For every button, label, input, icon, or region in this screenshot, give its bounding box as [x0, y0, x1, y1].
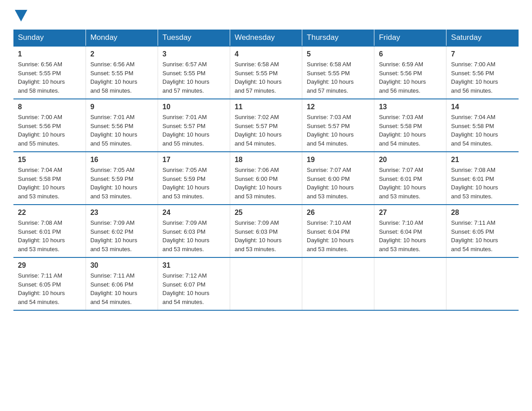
day-info: Sunrise: 6:56 AMSunset: 5:55 PMDaylight:…: [90, 60, 153, 95]
calendar-cell: 16Sunrise: 7:05 AMSunset: 5:59 PMDayligh…: [86, 152, 158, 205]
calendar-cell: 25Sunrise: 7:09 AMSunset: 6:03 PMDayligh…: [230, 205, 302, 257]
day-number: 8: [18, 103, 81, 111]
day-number: 9: [90, 103, 153, 111]
day-number: 31: [163, 261, 225, 270]
calendar-cell: 30Sunrise: 7:11 AMSunset: 6:06 PMDayligh…: [86, 257, 158, 310]
day-info: Sunrise: 7:02 AMSunset: 5:57 PMDaylight:…: [235, 113, 297, 148]
day-number: 29: [18, 261, 81, 270]
calendar-cell: 9Sunrise: 7:01 AMSunset: 5:56 PMDaylight…: [86, 99, 158, 152]
day-number: 19: [307, 156, 369, 164]
day-number: 13: [379, 103, 442, 111]
day-number: 17: [163, 156, 225, 164]
day-info: Sunrise: 7:11 AMSunset: 6:05 PMDaylight:…: [451, 218, 514, 253]
day-number: 26: [307, 209, 369, 217]
day-number: 6: [379, 50, 442, 58]
day-info: Sunrise: 6:58 AMSunset: 5:55 PMDaylight:…: [235, 60, 297, 95]
calendar-cell: 28Sunrise: 7:11 AMSunset: 6:05 PMDayligh…: [446, 205, 519, 257]
day-number: 1: [18, 50, 81, 58]
calendar-cell: [302, 257, 374, 310]
calendar-week-row: 29Sunrise: 7:11 AMSunset: 6:05 PMDayligh…: [13, 257, 519, 310]
calendar-cell: 17Sunrise: 7:05 AMSunset: 5:59 PMDayligh…: [158, 152, 230, 205]
calendar-cell: 5Sunrise: 6:58 AMSunset: 5:55 PMDaylight…: [302, 46, 374, 99]
calendar-cell: 31Sunrise: 7:12 AMSunset: 6:07 PMDayligh…: [158, 257, 230, 310]
day-info: Sunrise: 6:59 AMSunset: 5:56 PMDaylight:…: [379, 60, 442, 95]
day-info: Sunrise: 6:58 AMSunset: 5:55 PMDaylight:…: [307, 60, 369, 95]
day-number: 21: [451, 156, 514, 164]
calendar-cell: 10Sunrise: 7:01 AMSunset: 5:57 PMDayligh…: [158, 99, 230, 152]
day-number: 20: [379, 156, 442, 164]
day-info: Sunrise: 7:10 AMSunset: 6:04 PMDaylight:…: [307, 218, 369, 253]
day-number: 27: [379, 209, 442, 217]
day-info: Sunrise: 7:08 AMSunset: 6:01 PMDaylight:…: [451, 166, 514, 201]
day-number: 10: [163, 103, 225, 111]
calendar-cell: 23Sunrise: 7:09 AMSunset: 6:02 PMDayligh…: [86, 205, 158, 257]
calendar-cell: 3Sunrise: 6:57 AMSunset: 5:55 PMDaylight…: [158, 46, 230, 99]
day-number: 12: [307, 103, 369, 111]
calendar-cell: 24Sunrise: 7:09 AMSunset: 6:03 PMDayligh…: [158, 205, 230, 257]
calendar-cell: 20Sunrise: 7:07 AMSunset: 6:01 PMDayligh…: [374, 152, 446, 205]
day-number: 14: [451, 103, 514, 111]
calendar-cell: 27Sunrise: 7:10 AMSunset: 6:04 PMDayligh…: [374, 205, 446, 257]
weekday-header-sunday: Sunday: [13, 30, 86, 46]
day-info: Sunrise: 7:03 AMSunset: 5:57 PMDaylight:…: [307, 113, 369, 148]
weekday-header-friday: Friday: [374, 30, 446, 46]
day-number: 2: [90, 50, 153, 58]
day-info: Sunrise: 7:05 AMSunset: 5:59 PMDaylight:…: [90, 166, 153, 201]
day-info: Sunrise: 7:07 AMSunset: 6:00 PMDaylight:…: [307, 166, 369, 201]
day-info: Sunrise: 7:09 AMSunset: 6:02 PMDaylight:…: [90, 218, 153, 253]
calendar-cell: 26Sunrise: 7:10 AMSunset: 6:04 PMDayligh…: [302, 205, 374, 257]
day-number: 24: [163, 209, 225, 217]
day-number: 25: [235, 209, 297, 217]
calendar-cell: 13Sunrise: 7:03 AMSunset: 5:58 PMDayligh…: [374, 99, 446, 152]
calendar-cell: 18Sunrise: 7:06 AMSunset: 6:00 PMDayligh…: [230, 152, 302, 205]
day-info: Sunrise: 7:00 AMSunset: 5:56 PMDaylight:…: [18, 113, 81, 148]
weekday-header-thursday: Thursday: [302, 30, 374, 46]
day-info: Sunrise: 7:00 AMSunset: 5:56 PMDaylight:…: [451, 60, 514, 95]
day-info: Sunrise: 7:04 AMSunset: 5:58 PMDaylight:…: [18, 166, 81, 201]
calendar-cell: 15Sunrise: 7:04 AMSunset: 5:58 PMDayligh…: [13, 152, 86, 205]
day-info: Sunrise: 7:05 AMSunset: 5:59 PMDaylight:…: [163, 166, 225, 201]
day-number: 16: [90, 156, 153, 164]
day-info: Sunrise: 7:11 AMSunset: 6:05 PMDaylight:…: [18, 271, 81, 306]
day-info: Sunrise: 7:10 AMSunset: 6:04 PMDaylight:…: [379, 218, 442, 253]
day-info: Sunrise: 7:08 AMSunset: 6:01 PMDaylight:…: [18, 218, 81, 253]
svg-marker-0: [15, 10, 27, 21]
day-number: 11: [235, 103, 297, 111]
calendar-cell: 14Sunrise: 7:04 AMSunset: 5:58 PMDayligh…: [446, 99, 519, 152]
calendar-cell: 4Sunrise: 6:58 AMSunset: 5:55 PMDaylight…: [230, 46, 302, 99]
calendar-week-row: 15Sunrise: 7:04 AMSunset: 5:58 PMDayligh…: [13, 152, 519, 205]
calendar-cell: 1Sunrise: 6:56 AMSunset: 5:55 PMDaylight…: [13, 46, 86, 99]
calendar-cell: [446, 257, 519, 310]
day-number: 7: [451, 50, 514, 58]
day-info: Sunrise: 7:03 AMSunset: 5:58 PMDaylight:…: [379, 113, 442, 148]
calendar-cell: 7Sunrise: 7:00 AMSunset: 5:56 PMDaylight…: [446, 46, 519, 99]
calendar-week-row: 22Sunrise: 7:08 AMSunset: 6:01 PMDayligh…: [13, 205, 519, 257]
weekday-header-wednesday: Wednesday: [230, 30, 302, 46]
day-info: Sunrise: 7:04 AMSunset: 5:58 PMDaylight:…: [451, 113, 514, 148]
day-info: Sunrise: 7:09 AMSunset: 6:03 PMDaylight:…: [163, 218, 225, 253]
calendar-cell: 6Sunrise: 6:59 AMSunset: 5:56 PMDaylight…: [374, 46, 446, 99]
day-info: Sunrise: 7:06 AMSunset: 6:00 PMDaylight:…: [235, 166, 297, 201]
weekday-header-monday: Monday: [86, 30, 158, 46]
calendar-cell: 12Sunrise: 7:03 AMSunset: 5:57 PMDayligh…: [302, 99, 374, 152]
logo: [13, 9, 27, 21]
day-number: 3: [163, 50, 225, 58]
calendar-cell: 11Sunrise: 7:02 AMSunset: 5:57 PMDayligh…: [230, 99, 302, 152]
day-number: 30: [90, 261, 153, 270]
day-info: Sunrise: 7:07 AMSunset: 6:01 PMDaylight:…: [379, 166, 442, 201]
day-number: 28: [451, 209, 514, 217]
weekday-header-row: SundayMondayTuesdayWednesdayThursdayFrid…: [13, 30, 519, 46]
calendar-cell: 29Sunrise: 7:11 AMSunset: 6:05 PMDayligh…: [13, 257, 86, 310]
day-number: 22: [18, 209, 81, 217]
calendar-cell: 21Sunrise: 7:08 AMSunset: 6:01 PMDayligh…: [446, 152, 519, 205]
weekday-header-tuesday: Tuesday: [158, 30, 230, 46]
day-info: Sunrise: 7:01 AMSunset: 5:56 PMDaylight:…: [90, 113, 153, 148]
day-info: Sunrise: 6:57 AMSunset: 5:55 PMDaylight:…: [163, 60, 225, 95]
calendar-cell: 8Sunrise: 7:00 AMSunset: 5:56 PMDaylight…: [13, 99, 86, 152]
page-header: [13, 9, 519, 21]
day-number: 15: [18, 156, 81, 164]
weekday-header-saturday: Saturday: [446, 30, 519, 46]
day-number: 5: [307, 50, 369, 58]
day-number: 23: [90, 209, 153, 217]
day-number: 4: [235, 50, 297, 58]
